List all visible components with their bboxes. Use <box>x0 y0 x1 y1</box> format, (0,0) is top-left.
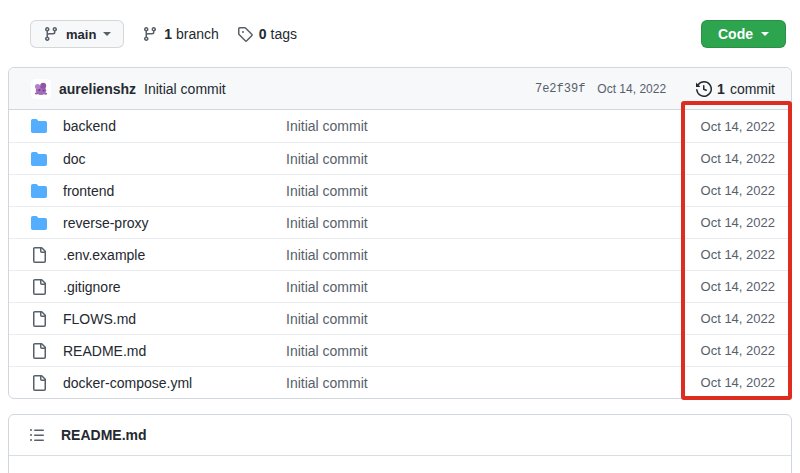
commit-date: Oct 14, 2022 <box>701 119 775 134</box>
file-icon <box>31 375 47 391</box>
commit-date: Oct 14, 2022 <box>701 151 775 166</box>
commit-message-cell: Initial commit <box>286 375 701 391</box>
commits-history-link[interactable]: 1 commit <box>696 81 775 97</box>
row-commit-message-link[interactable]: Initial commit <box>286 311 368 327</box>
commit-message-cell: Initial commit <box>286 118 701 134</box>
chevron-down-icon <box>103 32 111 40</box>
commit-date: Oct 14, 2022 <box>701 247 775 262</box>
file-icon <box>31 247 47 263</box>
tag-icon <box>237 26 253 42</box>
row-commit-message-link[interactable]: Initial commit <box>286 183 368 199</box>
file-name-link[interactable]: .env.example <box>63 247 145 263</box>
readme-card: README.md <box>8 414 792 473</box>
commit-date: Oct 14, 2022 <box>701 279 775 294</box>
code-button[interactable]: Code <box>701 20 786 48</box>
commit-message-cell: Initial commit <box>286 279 701 295</box>
tags-count: 0 <box>259 26 267 42</box>
file-name-cell: backend <box>31 118 286 134</box>
table-row[interactable]: README.md Initial commit Oct 14, 2022 <box>9 334 791 366</box>
row-commit-message-link[interactable]: Initial commit <box>286 151 368 167</box>
code-button-label: Code <box>718 26 753 42</box>
table-row[interactable]: frontend Initial commit Oct 14, 2022 <box>9 174 791 206</box>
file-name-cell: reverse-proxy <box>31 215 286 231</box>
folder-icon <box>31 151 47 167</box>
branches-link[interactable]: 1 branch <box>142 26 219 42</box>
file-icon <box>31 279 47 295</box>
row-commit-message-link[interactable]: Initial commit <box>286 247 368 263</box>
file-name-cell: .gitignore <box>31 279 286 295</box>
row-commit-message-link[interactable]: Initial commit <box>286 215 368 231</box>
file-name-cell: FLOWS.md <box>31 311 286 327</box>
table-row[interactable]: backend Initial commit Oct 14, 2022 <box>9 110 791 142</box>
file-name-link[interactable]: reverse-proxy <box>63 215 149 231</box>
file-icon <box>31 343 47 359</box>
row-commit-message-link[interactable]: Initial commit <box>286 118 368 134</box>
branch-selector-button[interactable]: main <box>30 20 124 48</box>
readme-title: README.md <box>61 427 147 443</box>
commit-message-cell: Initial commit <box>286 151 701 167</box>
repo-toolbar: main 1 branch 0 tags Code <box>0 0 800 48</box>
file-name-link[interactable]: FLOWS.md <box>63 311 136 327</box>
folder-icon <box>31 215 47 231</box>
file-list: backend Initial commit Oct 14, 2022 doc … <box>9 110 791 398</box>
file-name-cell: .env.example <box>31 247 286 263</box>
git-branch-icon <box>142 26 158 42</box>
branches-label: branch <box>176 26 219 42</box>
file-name-link[interactable]: backend <box>63 118 116 134</box>
branches-count: 1 <box>164 26 172 42</box>
commit-sha-link[interactable]: 7e2f39f <box>535 82 585 96</box>
file-name-link[interactable]: README.md <box>63 343 146 359</box>
history-icon <box>696 81 712 97</box>
folder-icon <box>31 118 47 134</box>
file-name-cell: docker-compose.yml <box>31 375 286 391</box>
file-name-cell: frontend <box>31 183 286 199</box>
latest-commit-header: aurelienshz Initial commit 7e2f39f Oct 1… <box>9 68 791 110</box>
commit-date: Oct 14, 2022 <box>701 215 775 230</box>
commit-message-cell: Initial commit <box>286 311 701 327</box>
file-icon <box>31 311 47 327</box>
tags-link[interactable]: 0 tags <box>237 26 297 42</box>
commit-message-link[interactable]: Initial commit <box>144 81 226 97</box>
file-name-cell: doc <box>31 151 286 167</box>
list-unordered-icon[interactable] <box>29 427 45 443</box>
commit-date: Oct 14, 2022 <box>701 183 775 198</box>
file-name-link[interactable]: .gitignore <box>63 279 121 295</box>
table-row[interactable]: .env.example Initial commit Oct 14, 2022 <box>9 238 791 270</box>
avatar[interactable] <box>31 79 51 99</box>
row-commit-message-link[interactable]: Initial commit <box>286 343 368 359</box>
git-branch-icon <box>43 26 59 42</box>
file-name-link[interactable]: doc <box>63 151 86 167</box>
commits-count: 1 <box>717 81 725 97</box>
row-commit-message-link[interactable]: Initial commit <box>286 279 368 295</box>
folder-icon <box>31 183 47 199</box>
commit-message-cell: Initial commit <box>286 215 701 231</box>
table-row[interactable]: .gitignore Initial commit Oct 14, 2022 <box>9 270 791 302</box>
commits-label: commit <box>730 81 775 97</box>
file-name-link[interactable]: frontend <box>63 183 114 199</box>
commit-date: Oct 14, 2022 <box>701 375 775 390</box>
commit-header-date: Oct 14, 2022 <box>597 82 666 96</box>
file-tree-card: aurelienshz Initial commit 7e2f39f Oct 1… <box>8 67 792 399</box>
readme-body <box>9 456 791 473</box>
tags-label: tags <box>271 26 297 42</box>
commit-message-cell: Initial commit <box>286 183 701 199</box>
chevron-down-icon <box>761 32 769 40</box>
row-commit-message-link[interactable]: Initial commit <box>286 375 368 391</box>
commit-author-link[interactable]: aurelienshz <box>59 81 136 97</box>
readme-header: README.md <box>9 415 791 456</box>
commit-message-cell: Initial commit <box>286 343 701 359</box>
file-name-cell: README.md <box>31 343 286 359</box>
table-row[interactable]: reverse-proxy Initial commit Oct 14, 202… <box>9 206 791 238</box>
table-row[interactable]: FLOWS.md Initial commit Oct 14, 2022 <box>9 302 791 334</box>
commit-date: Oct 14, 2022 <box>701 343 775 358</box>
commit-date: Oct 14, 2022 <box>701 311 775 326</box>
file-name-link[interactable]: docker-compose.yml <box>63 375 192 391</box>
table-row[interactable]: doc Initial commit Oct 14, 2022 <box>9 142 791 174</box>
table-row[interactable]: docker-compose.yml Initial commit Oct 14… <box>9 366 791 398</box>
commit-message-cell: Initial commit <box>286 247 701 263</box>
branch-name-label: main <box>66 27 96 42</box>
